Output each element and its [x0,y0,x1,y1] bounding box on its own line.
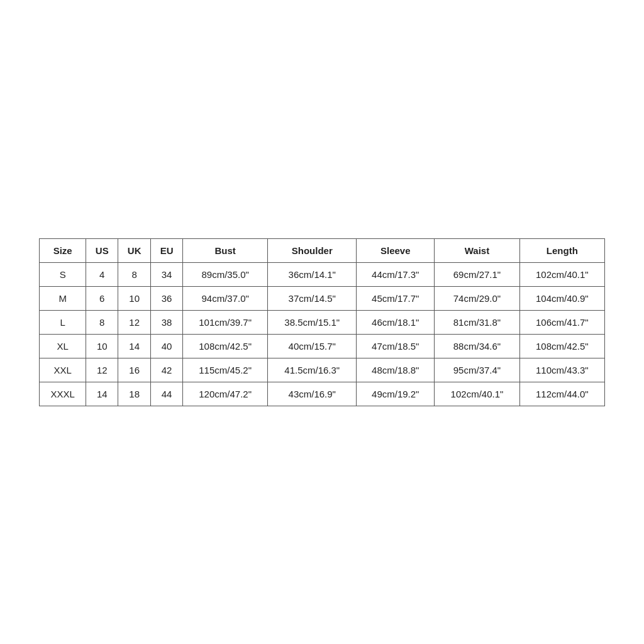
table-cell: XL [40,334,86,358]
table-cell: 6 [86,286,118,310]
table-cell: 37cm/14.5" [268,286,357,310]
table-cell: 4 [86,262,118,286]
table-cell: S [40,262,86,286]
table-cell: L [40,310,86,334]
table-cell: 89cm/35.0" [182,262,267,286]
table-cell: 101cm/39.7" [182,310,267,334]
size-chart-container: SizeUSUKEUBustShoulderSleeveWaistLength … [39,238,605,406]
table-cell: 108cm/42.5" [519,334,604,358]
table-cell: 38 [151,310,183,334]
table-cell: 108cm/42.5" [182,334,267,358]
column-header: Sleeve [357,238,435,262]
table-header-row: SizeUSUKEUBustShoulderSleeveWaistLength [40,238,605,262]
table-cell: 8 [86,310,118,334]
table-cell: 102cm/40.1" [435,382,519,406]
table-cell: 49cm/19.2" [357,382,435,406]
table-body: S483489cm/35.0"36cm/14.1"44cm/17.3"69cm/… [40,262,605,406]
table-cell: 8 [118,262,151,286]
column-header: Bust [182,238,267,262]
table-row: XXL121642115cm/45.2"41.5cm/16.3"48cm/18.… [40,358,605,382]
table-cell: XXL [40,358,86,382]
table-cell: 115cm/45.2" [182,358,267,382]
table-cell: 42 [151,358,183,382]
table-cell: 38.5cm/15.1" [268,310,357,334]
table-cell: 112cm/44.0" [519,382,604,406]
table-row: L81238101cm/39.7"38.5cm/15.1"46cm/18.1"8… [40,310,605,334]
table-cell: 120cm/47.2" [182,382,267,406]
table-cell: 36cm/14.1" [268,262,357,286]
table-cell: 34 [151,262,183,286]
table-cell: 44 [151,382,183,406]
table-cell: 81cm/31.8" [435,310,519,334]
table-cell: 41.5cm/16.3" [268,358,357,382]
table-cell: XXXL [40,382,86,406]
table-row: XXXL141844120cm/47.2"43cm/16.9"49cm/19.2… [40,382,605,406]
column-header: US [86,238,118,262]
table-cell: 10 [118,286,151,310]
table-row: XL101440108cm/42.5"40cm/15.7"47cm/18.5"8… [40,334,605,358]
table-cell: 44cm/17.3" [357,262,435,286]
table-row: S483489cm/35.0"36cm/14.1"44cm/17.3"69cm/… [40,262,605,286]
column-header: Waist [435,238,519,262]
table-cell: 14 [118,334,151,358]
table-cell: 18 [118,382,151,406]
table-cell: 102cm/40.1" [519,262,604,286]
table-cell: 110cm/43.3" [519,358,604,382]
table-cell: 48cm/18.8" [357,358,435,382]
table-cell: 36 [151,286,183,310]
column-header: UK [118,238,151,262]
table-cell: 12 [118,310,151,334]
column-header: Size [40,238,86,262]
table-cell: 46cm/18.1" [357,310,435,334]
table-cell: 43cm/16.9" [268,382,357,406]
column-header: EU [151,238,183,262]
table-cell: 45cm/17.7" [357,286,435,310]
table-cell: 10 [86,334,118,358]
table-cell: 40 [151,334,183,358]
table-cell: 69cm/27.1" [435,262,519,286]
table-cell: 104cm/40.9" [519,286,604,310]
table-cell: 74cm/29.0" [435,286,519,310]
table-cell: 16 [118,358,151,382]
table-cell: 40cm/15.7" [268,334,357,358]
size-chart-table: SizeUSUKEUBustShoulderSleeveWaistLength … [39,238,605,406]
table-cell: 94cm/37.0" [182,286,267,310]
table-cell: 47cm/18.5" [357,334,435,358]
table-cell: 106cm/41.7" [519,310,604,334]
table-cell: 14 [86,382,118,406]
table-cell: 95cm/37.4" [435,358,519,382]
table-cell: 12 [86,358,118,382]
table-cell: 88cm/34.6" [435,334,519,358]
column-header: Length [519,238,604,262]
table-row: M6103694cm/37.0"37cm/14.5"45cm/17.7"74cm… [40,286,605,310]
table-cell: M [40,286,86,310]
column-header: Shoulder [268,238,357,262]
